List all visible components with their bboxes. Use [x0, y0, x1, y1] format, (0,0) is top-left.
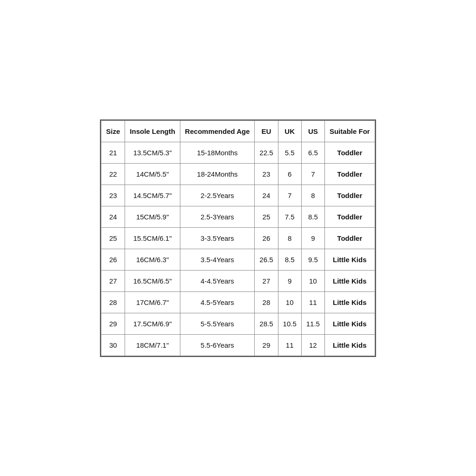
cell-us: 6.5	[301, 142, 324, 163]
cell-size: 25	[101, 227, 125, 249]
cell-uk: 10.5	[278, 313, 301, 334]
cell-age: 5-5.5Years	[180, 313, 254, 334]
table-row: 2415CM/5.9"2.5-3Years257.58.5Toddler	[101, 206, 375, 227]
cell-uk: 10	[278, 291, 301, 313]
cell-size: 23	[101, 185, 125, 206]
cell-us: 9.5	[301, 249, 324, 270]
cell-suitable: Toddler	[324, 142, 375, 163]
cell-uk: 6	[278, 163, 301, 185]
table-header-row: Size Insole Length Recommended Age EU UK…	[101, 120, 375, 142]
cell-uk: 9	[278, 270, 301, 291]
cell-uk: 7.5	[278, 206, 301, 227]
cell-insole: 15CM/5.9"	[125, 206, 180, 227]
cell-uk: 11	[278, 334, 301, 356]
cell-size: 26	[101, 249, 125, 270]
cell-age: 15-18Months	[180, 142, 254, 163]
cell-eu: 26.5	[255, 249, 278, 270]
cell-age: 18-24Months	[180, 163, 254, 185]
cell-size: 30	[101, 334, 125, 356]
cell-us: 8.5	[301, 206, 324, 227]
cell-us: 12	[301, 334, 324, 356]
col-header-size: Size	[101, 120, 125, 142]
cell-eu: 23	[255, 163, 278, 185]
cell-eu: 29	[255, 334, 278, 356]
table-row: 2716.5CM/6.5"4-4.5Years27910Little Kids	[101, 270, 375, 291]
cell-uk: 7	[278, 185, 301, 206]
cell-uk: 5.5	[278, 142, 301, 163]
cell-age: 3.5-4Years	[180, 249, 254, 270]
cell-suitable: Little Kids	[324, 313, 375, 334]
cell-age: 4.5-5Years	[180, 291, 254, 313]
col-header-age: Recommended Age	[180, 120, 254, 142]
cell-eu: 25	[255, 206, 278, 227]
cell-eu: 27	[255, 270, 278, 291]
cell-size: 24	[101, 206, 125, 227]
cell-eu: 28.5	[255, 313, 278, 334]
cell-eu: 26	[255, 227, 278, 249]
table-row: 2113.5CM/5.3"15-18Months22.55.56.5Toddle…	[101, 142, 375, 163]
cell-insole: 13.5CM/5.3"	[125, 142, 180, 163]
table-row: 2817CM/6.7"4.5-5Years281011Little Kids	[101, 291, 375, 313]
cell-us: 11	[301, 291, 324, 313]
cell-age: 3-3.5Years	[180, 227, 254, 249]
cell-eu: 24	[255, 185, 278, 206]
table-row: 2917.5CM/6.9"5-5.5Years28.510.511.5Littl…	[101, 313, 375, 334]
cell-insole: 17.5CM/6.9"	[125, 313, 180, 334]
cell-us: 9	[301, 227, 324, 249]
cell-insole: 14.5CM/5.7"	[125, 185, 180, 206]
col-header-us: US	[301, 120, 324, 142]
cell-uk: 8	[278, 227, 301, 249]
cell-eu: 22.5	[255, 142, 278, 163]
cell-us: 11.5	[301, 313, 324, 334]
cell-suitable: Little Kids	[324, 334, 375, 356]
cell-insole: 17CM/6.7"	[125, 291, 180, 313]
cell-age: 2-2.5Years	[180, 185, 254, 206]
cell-size: 27	[101, 270, 125, 291]
cell-us: 7	[301, 163, 324, 185]
table-row: 2314.5CM/5.7"2-2.5Years2478Toddler	[101, 185, 375, 206]
cell-insole: 18CM/7.1"	[125, 334, 180, 356]
cell-size: 22	[101, 163, 125, 185]
cell-age: 4-4.5Years	[180, 270, 254, 291]
cell-suitable: Toddler	[324, 185, 375, 206]
cell-eu: 28	[255, 291, 278, 313]
cell-us: 8	[301, 185, 324, 206]
cell-size: 21	[101, 142, 125, 163]
cell-suitable: Toddler	[324, 206, 375, 227]
cell-insole: 15.5CM/6.1"	[125, 227, 180, 249]
cell-age: 2.5-3Years	[180, 206, 254, 227]
size-chart-wrapper: Size Insole Length Recommended Age EU UK…	[100, 119, 376, 357]
cell-insole: 16.5CM/6.5"	[125, 270, 180, 291]
cell-insole: 14CM/5.5"	[125, 163, 180, 185]
cell-size: 29	[101, 313, 125, 334]
col-header-uk: UK	[278, 120, 301, 142]
cell-size: 28	[101, 291, 125, 313]
cell-suitable: Little Kids	[324, 270, 375, 291]
cell-suitable: Little Kids	[324, 291, 375, 313]
size-chart-table: Size Insole Length Recommended Age EU UK…	[101, 120, 375, 356]
cell-age: 5.5-6Years	[180, 334, 254, 356]
table-row: 3018CM/7.1"5.5-6Years291112Little Kids	[101, 334, 375, 356]
col-header-eu: EU	[255, 120, 278, 142]
cell-suitable: Toddler	[324, 163, 375, 185]
table-row: 2214CM/5.5"18-24Months2367Toddler	[101, 163, 375, 185]
table-row: 2515.5CM/6.1"3-3.5Years2689Toddler	[101, 227, 375, 249]
table-row: 2616CM/6.3"3.5-4Years26.58.59.5Little Ki…	[101, 249, 375, 270]
col-header-insole: Insole Length	[125, 120, 180, 142]
cell-suitable: Toddler	[324, 227, 375, 249]
col-header-suitable: Suitable For	[324, 120, 375, 142]
cell-insole: 16CM/6.3"	[125, 249, 180, 270]
cell-suitable: Little Kids	[324, 249, 375, 270]
cell-uk: 8.5	[278, 249, 301, 270]
cell-us: 10	[301, 270, 324, 291]
